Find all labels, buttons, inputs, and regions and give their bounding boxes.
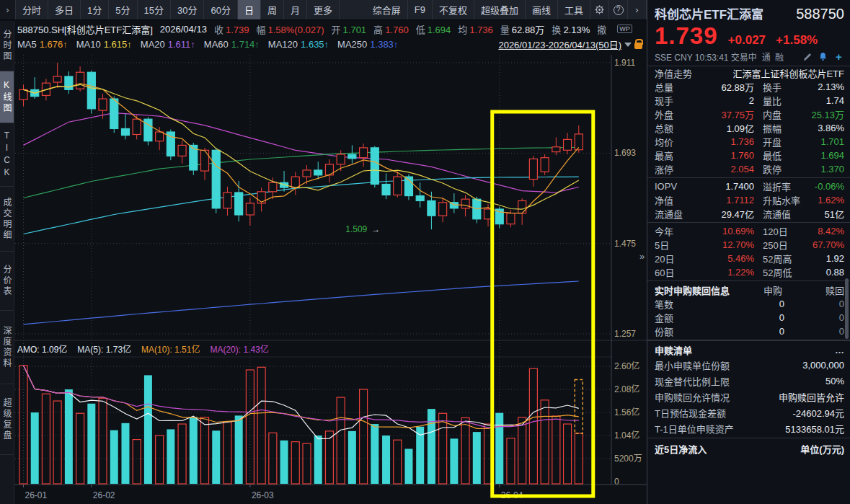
ma-legend-key: MA250 (337, 39, 367, 50)
candle-body (337, 154, 345, 164)
stat-value: 1.760 (692, 150, 754, 161)
candle-body (99, 99, 107, 110)
tab-15分[interactable]: 15分 (138, 0, 171, 19)
edit-pencil-icon[interactable] (802, 51, 813, 62)
quote-field-key: 低 (416, 25, 425, 35)
toolbar-item-综合屏[interactable]: 综合屏 (366, 0, 408, 19)
volume-bar-up (575, 433, 583, 484)
tab-月[interactable]: 月 (284, 0, 307, 19)
tab-30分[interactable]: 30分 (171, 0, 204, 19)
quote-field-key: 收 (214, 25, 223, 35)
date-range-selector[interactable]: 2026/01/23-2026/04/13(50日) (498, 37, 621, 51)
tab-5分[interactable]: 5分 (109, 0, 137, 19)
candle-body (65, 76, 73, 89)
table-row: 净值1.7112升贴水率1.62% (647, 193, 850, 207)
quote-fields: 收1.739幅1.58%(0.027)开1.701高1.760低1.694均1.… (214, 22, 616, 36)
link-融[interactable]: 融 (775, 50, 784, 63)
volume-bar-down (382, 436, 390, 484)
add-plus-icon[interactable]: + (833, 51, 844, 62)
panel-scrollbar[interactable] (845, 278, 849, 339)
tab-分时[interactable]: 分时 (16, 0, 48, 19)
ma-legend-MA250: MA2501.383↑ (337, 39, 398, 50)
nav-row: 净值走势汇添富上证科创板芯片ETF (647, 66, 850, 80)
net-inflow-header: 近5日净流入单位(万元) (647, 440, 850, 456)
volume-bar-up (337, 397, 345, 484)
sidebar-item-分价表[interactable]: 分价表 (0, 252, 14, 311)
tab-1分[interactable]: 1分 (81, 0, 109, 19)
toolbar-item-不复权[interactable]: 不复权 (433, 0, 474, 19)
alert-bell-icon[interactable] (818, 51, 828, 62)
market-status-row: SSE CNY 10:53:41 交易中 通融 + (647, 50, 850, 66)
toolbar-item-超级叠加[interactable]: 超级叠加 (474, 0, 526, 19)
volume-bar-up (564, 424, 572, 484)
panel-expand-icon[interactable]: » (639, 251, 645, 262)
stat-value: 62.88万 (692, 80, 754, 94)
stat-label: 涨停 (655, 162, 692, 176)
sidebar-item-成交明细[interactable]: 成交明细 (0, 187, 14, 252)
tab-更多[interactable]: 更多 (307, 0, 340, 19)
tab-60分[interactable]: 60分 (204, 0, 237, 19)
stat-label: 现手 (655, 94, 692, 107)
kline-chart-canvas[interactable]: 1.9111.6931.4751.2572.60亿2.08亿1.56亿1.04亿… (14, 52, 647, 504)
chevron-down-icon[interactable] (624, 43, 632, 47)
last-price: 1.739 (655, 22, 718, 50)
volume-bar-down (212, 430, 220, 484)
instrument-code: 588750 (796, 6, 844, 22)
tab-日[interactable]: 日 (238, 0, 261, 19)
trading-app-window: › 分时多日1分5分15分30分60分日周月更多 综合屏F9不复权超级叠加画线工… (0, 0, 850, 504)
ma-legend-MA60: MA601.714↑ (204, 39, 260, 50)
toolbar-item-F9[interactable]: F9 (408, 0, 433, 19)
list-item-value: 5133658.01元 (734, 422, 844, 436)
quote-field-收: 收1.739 (214, 25, 249, 35)
sidebar-item-K线图[interactable]: K线图 (0, 71, 14, 123)
ma-legend-value: 1.635↑ (301, 39, 329, 50)
toolbar-item-画线[interactable]: 画线 (526, 0, 558, 19)
toolbar-spacer (340, 0, 366, 19)
volume-bar-up (99, 398, 107, 484)
wp-badge[interactable]: WP (617, 25, 632, 33)
sidebar-item-分时图[interactable]: 分时图 (0, 21, 14, 71)
tab-周[interactable]: 周 (261, 0, 284, 19)
table-row: 笔数00 (647, 297, 850, 311)
subs-value-subscribe: 0 (720, 299, 784, 309)
toolbar-item-工具[interactable]: 工具 (558, 0, 590, 19)
link-通[interactable]: 通 (762, 50, 771, 63)
quote-field-均: 均1.736 (458, 25, 493, 35)
candle-body (360, 148, 368, 158)
volume-bar-down (235, 415, 243, 484)
stat-label: 外盘 (655, 107, 692, 121)
help-icon[interactable]: ? (609, 0, 628, 19)
subs-value-redeem: 0 (784, 326, 844, 337)
volume-estimate-box (575, 380, 583, 433)
quote-field-value: 62.88万 (512, 25, 545, 35)
ma-legend-value: 1.611↑ (168, 39, 195, 50)
settings-gear-icon[interactable] (590, 0, 609, 19)
nav-label[interactable]: 净值走势 (655, 66, 705, 80)
table-row: 涨停2.054跌停1.370 (647, 162, 850, 176)
x-axis-label: 26-02 (93, 490, 115, 500)
more-ellipsis-icon[interactable]: … (835, 345, 844, 355)
ma-legend-MA10: MA101.615↑ (76, 39, 132, 50)
stat-value: 12.70% (692, 239, 754, 250)
stat-value: 2.054 (692, 164, 754, 174)
ma-line-MA20 (24, 113, 579, 193)
volume-header-item: MA(20): 1.43亿 (210, 342, 268, 355)
volume-bar-up (541, 400, 549, 484)
subs-row-label: 笔数 (655, 297, 720, 311)
toolbar-collapse-button[interactable]: › (0, 0, 16, 19)
volume-bar-down (371, 424, 378, 484)
sidebar-item-TICK[interactable]: TICK (0, 123, 14, 187)
ma-legend-key: MA20 (141, 39, 165, 50)
sidebar-item-超级复盘[interactable]: 超级复盘 (0, 384, 14, 455)
ma-legend-items: MA51.676↑MA101.615↑MA201.611↑MA601.714↑M… (17, 39, 407, 50)
table-row: 总额1.09亿振幅3.86% (647, 121, 850, 135)
ma-line-MA250 (24, 281, 579, 324)
tab-多日[interactable]: 多日 (48, 0, 81, 19)
sidebar-item-深度资料[interactable]: 深度资料 (0, 311, 14, 384)
volume-header-item: MA(10): 1.51亿 (141, 342, 200, 355)
toolbar-more-chevron-icon[interactable]: › (628, 0, 647, 19)
volume-bar-up (133, 440, 141, 484)
lock-icon[interactable] (634, 43, 642, 49)
stat-value: 1.7400 (692, 181, 754, 192)
volume-axis-label: 1.56亿 (614, 407, 639, 417)
